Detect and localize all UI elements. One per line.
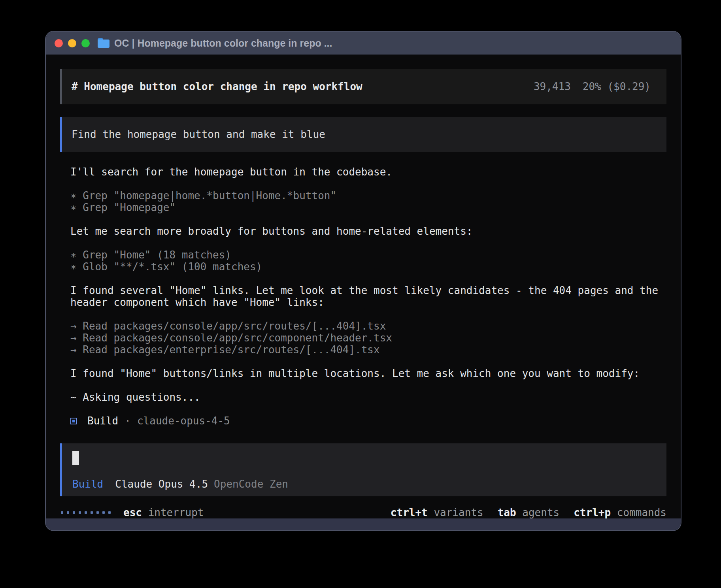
close-button[interactable] bbox=[55, 39, 63, 47]
transcript-blank-line bbox=[70, 213, 661, 225]
folder-icon bbox=[98, 38, 109, 48]
spinner-dot bbox=[102, 511, 105, 514]
transcript-line: Let me search more broadly for buttons a… bbox=[70, 225, 661, 237]
transcript-line: → Read packages/console/app/src/routes/[… bbox=[70, 320, 661, 332]
titlebar: OC | Homepage button color change in rep… bbox=[46, 32, 681, 55]
session-title: # Homepage button color change in repo w… bbox=[72, 81, 362, 92]
esc-key: esc bbox=[123, 507, 142, 518]
input-model: Claude Opus 4.5 bbox=[115, 478, 208, 490]
transcript-line: → Read packages/enterprise/src/routes/[.… bbox=[70, 344, 661, 356]
assistant-transcript: I'll search for the homepage button in t… bbox=[60, 166, 661, 403]
hint-variants: ctrl+t variants bbox=[391, 507, 483, 518]
input-mode: Build bbox=[72, 478, 103, 490]
transcript-line: → Read packages/console/app/src/componen… bbox=[70, 332, 661, 344]
transcript-blank-line bbox=[70, 308, 661, 320]
transcript-blank-line bbox=[70, 379, 661, 391]
session-header: # Homepage button color change in repo w… bbox=[60, 69, 666, 104]
transcript-line: ∗ Grep "homepage|home.*button|Home.*butt… bbox=[70, 190, 661, 202]
spinner-dot bbox=[67, 511, 69, 514]
minimize-button[interactable] bbox=[68, 39, 76, 47]
session-stats: 39,413 20% ($0.29) bbox=[534, 81, 651, 92]
user-message-text: Find the homepage button and make it blu… bbox=[72, 128, 325, 140]
agent-status-row: Build · claude-opus-4-5 bbox=[60, 415, 666, 427]
spinner-dot bbox=[79, 511, 81, 514]
window-title: OC | Homepage button color change in rep… bbox=[114, 38, 332, 49]
agent-name: Build bbox=[87, 415, 118, 427]
transcript-line: ~ Asking questions... bbox=[70, 391, 661, 403]
text-cursor bbox=[72, 451, 79, 465]
window-bottom-strip bbox=[46, 518, 681, 531]
agent-model: claude-opus-4-5 bbox=[137, 415, 230, 427]
transcript-line: ∗ Glob "**/*.tsx" (100 matches) bbox=[70, 261, 661, 273]
terminal-window: OC | Homepage button color change in rep… bbox=[45, 31, 681, 531]
token-count: 39,413 bbox=[534, 81, 571, 92]
transcript-blank-line bbox=[70, 273, 661, 285]
transcript-line: ∗ Grep "Home" (18 matches) bbox=[70, 249, 661, 261]
prompt-input[interactable]: Build Claude Opus 4.5 OpenCode Zen bbox=[60, 443, 666, 496]
transcript-line: ∗ Grep "Homepage" bbox=[70, 202, 661, 213]
input-meta: Build Claude Opus 4.5 OpenCode Zen bbox=[72, 478, 656, 490]
zoom-button[interactable] bbox=[81, 39, 90, 47]
statusbar: esc interrupt ctrl+t variants tab agents… bbox=[60, 507, 666, 518]
transcript-blank-line bbox=[70, 356, 661, 368]
spinner-dot bbox=[73, 511, 75, 514]
transcript-blank-line bbox=[70, 178, 661, 190]
spinner-dot bbox=[91, 511, 93, 514]
esc-label: interrupt bbox=[148, 507, 204, 518]
user-message: Find the homepage button and make it blu… bbox=[60, 117, 666, 152]
hint-interrupt: esc interrupt bbox=[123, 507, 204, 518]
agent-icon bbox=[70, 418, 77, 424]
input-provider: OpenCode Zen bbox=[214, 478, 288, 490]
spinner-dots bbox=[61, 511, 111, 514]
transcript-line: I found "Home" buttons/links in multiple… bbox=[70, 368, 661, 379]
context-usage: 20% ($0.29) bbox=[583, 81, 651, 92]
terminal-content: # Homepage button color change in repo w… bbox=[46, 55, 681, 518]
transcript-line: I found several "Home" links. Let me loo… bbox=[70, 285, 661, 308]
hint-commands: ctrl+p commands bbox=[574, 507, 666, 518]
spinner-dot bbox=[61, 511, 63, 514]
transcript-line: I'll search for the homepage button in t… bbox=[70, 166, 661, 178]
spinner-dot bbox=[96, 511, 99, 514]
spinner-dot bbox=[85, 511, 87, 514]
hint-agents: tab agents bbox=[498, 507, 560, 518]
transcript-blank-line bbox=[70, 237, 661, 249]
agent-separator: · bbox=[125, 415, 131, 427]
traffic-lights bbox=[55, 39, 90, 47]
spinner-dot bbox=[108, 511, 111, 514]
